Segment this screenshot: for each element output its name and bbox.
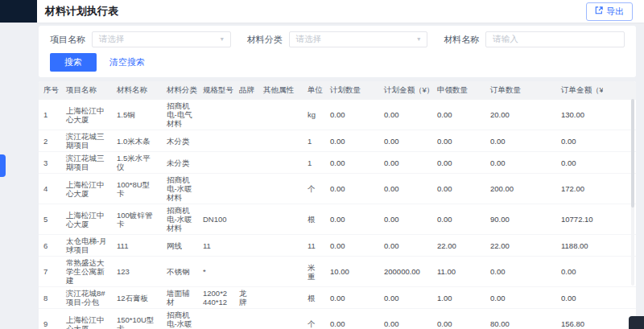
- table-cell: 0.00: [432, 174, 485, 204]
- export-icon: [595, 6, 603, 16]
- table-cell: 米重: [303, 257, 325, 287]
- filter-field: 材料分类请选择▾: [247, 31, 428, 47]
- table-cell: 1: [303, 130, 325, 152]
- column-header: 计划金额（¥）: [379, 81, 432, 100]
- chevron-down-icon: ▾: [221, 36, 224, 43]
- filter-field: 项目名称请选择▾: [50, 31, 231, 47]
- table-cell: [198, 130, 234, 152]
- table-cell: 0.00: [485, 152, 556, 174]
- table-cell: 滨江花城三期项目: [61, 130, 112, 152]
- table-cell: [234, 174, 258, 204]
- floating-widget[interactable]: [629, 316, 644, 329]
- table-cell: 1: [303, 152, 325, 174]
- column-header: 申领数量: [432, 81, 485, 100]
- column-header: 其他属性: [258, 81, 303, 100]
- table-cell: [198, 309, 234, 329]
- filter-select[interactable]: 请选择▾: [289, 31, 428, 47]
- table-row: 2滨江花城三期项目1.0米木条木分类10.000.000.000.000.00: [39, 130, 636, 152]
- table-cell: [258, 257, 303, 287]
- table-cell: [234, 130, 258, 152]
- table-cell: 个: [303, 174, 325, 204]
- table-cell: 6: [39, 235, 61, 257]
- table-cell: [258, 130, 303, 152]
- table-cell: [234, 235, 258, 257]
- table-panel: 序号项目名称材料名称材料分类规格型号品牌其他属性单位计划数量计划金额（¥）申领数…: [39, 81, 636, 329]
- table-cell: 0.00: [556, 257, 603, 287]
- table-cell: [234, 100, 258, 130]
- table-cell: 0.00: [485, 130, 556, 152]
- table-row: 4上海松江中心大厦100*8U型卡招商机电-水暖材料个0.000.000.002…: [39, 174, 636, 204]
- table-cell: 8: [39, 287, 61, 309]
- page-title: 材料计划执行表: [45, 4, 118, 19]
- table-cell: [258, 100, 303, 130]
- table-cell: 招商机电-水暖材料: [162, 174, 198, 204]
- table-cell: 上海松江中心大厦: [61, 204, 112, 235]
- table-cell: 上海松江中心大厦: [61, 100, 112, 130]
- table-cell: [234, 204, 258, 235]
- table-cell: 0.00: [325, 130, 379, 152]
- table-cell: 0.00: [556, 287, 603, 309]
- column-header: 材料分类: [162, 81, 198, 100]
- table-cell: 20.00: [485, 100, 556, 130]
- main-content: 项目名称请选择▾材料分类请选择▾材料名称请输入 搜索 清空搜索 序号项目名称材料…: [0, 23, 644, 329]
- filter-input[interactable]: 请输入: [485, 31, 625, 47]
- table-cell: 1188.00: [556, 235, 603, 257]
- column-header: 订单金额（¥）: [556, 81, 603, 100]
- table-cell: 4: [39, 174, 61, 204]
- table-cell: 156.80: [556, 309, 603, 329]
- clear-search-button[interactable]: 清空搜索: [109, 56, 145, 68]
- table-cell: 木分类: [162, 130, 198, 152]
- table-cell: 12石膏板: [112, 287, 162, 309]
- column-header: 项目名称: [61, 81, 112, 100]
- export-button[interactable]: 导出: [586, 2, 633, 21]
- table-row: 3滨江花城三期项目1.5米水平仪未分类10.000.000.000.000.00: [39, 152, 636, 174]
- table-cell: 90.00: [485, 204, 556, 235]
- table-cell: 1.00: [432, 287, 485, 309]
- table-row: 5上海松江中心大厦100镀锌管卡招商机电-水暖材料DN100根0.000.000…: [39, 204, 636, 235]
- table-cell: 1.5铜: [112, 100, 162, 130]
- table-cell: 0.00: [325, 152, 379, 174]
- table-row: 7常熟盛达大学生公寓新建123不锈钢*米重10.00200000.0011.00…: [39, 257, 636, 287]
- table-cell: 个: [303, 309, 325, 329]
- column-header: 材料名称: [112, 81, 162, 100]
- table-cell: 0.00: [379, 204, 432, 235]
- table-cell: 根: [303, 287, 325, 309]
- table-cell: 172.00: [556, 174, 603, 204]
- table-row: 8滨江花城8#项目-分包12石膏板墙面辅材1200*2440*12龙牌根0.00…: [39, 287, 636, 309]
- table-cell: 招商机电-电气材料: [162, 100, 198, 130]
- table-cell: 0.00: [325, 309, 379, 329]
- table-cell: [234, 309, 258, 329]
- vertical-scrollbar[interactable]: [631, 99, 634, 286]
- table-cell: 9: [39, 309, 61, 329]
- table-cell: 0.00: [485, 257, 556, 287]
- table-cell: 上海松江中心大厦: [61, 309, 112, 329]
- table-cell: 0.00: [325, 204, 379, 235]
- filter-actions: 搜索 清空搜索: [50, 53, 625, 72]
- filter-label: 项目名称: [50, 34, 85, 46]
- table-cell: 1200*2440*12: [198, 287, 234, 309]
- table-cell: 0.00: [325, 235, 379, 257]
- filter-panel: 项目名称请选择▾材料分类请选择▾材料名称请输入 搜索 清空搜索: [39, 26, 636, 77]
- sidebar-expand-handle[interactable]: [0, 154, 6, 177]
- table-cell: 0.00: [379, 235, 432, 257]
- table-cell: [198, 100, 234, 130]
- search-button[interactable]: 搜索: [50, 53, 97, 72]
- table-cell: 未分类: [162, 152, 198, 174]
- filter-select[interactable]: 请选择▾: [92, 31, 231, 47]
- table-cell: 0.00: [485, 287, 556, 309]
- table-cell: [234, 152, 258, 174]
- table-cell: 0.00: [432, 130, 485, 152]
- table-cell: kg: [303, 100, 325, 130]
- column-header: 单位: [303, 81, 325, 100]
- export-label: 导出: [606, 6, 624, 18]
- column-header: 规格型号: [198, 81, 234, 100]
- table-cell: 123: [112, 257, 162, 287]
- table-cell: 龙牌: [234, 287, 258, 309]
- table-cell: 11: [198, 235, 234, 257]
- vertical-scrollbar-thumb[interactable]: [631, 99, 634, 208]
- table-cell: 0.00: [379, 152, 432, 174]
- table-cell: 0.00: [432, 100, 485, 130]
- table-cell: 太仓电梯-月球项目: [61, 235, 112, 257]
- table-cell: 招商机电-水暖材料: [162, 309, 198, 329]
- table-cell: 招商机电-水暖材料: [162, 204, 198, 235]
